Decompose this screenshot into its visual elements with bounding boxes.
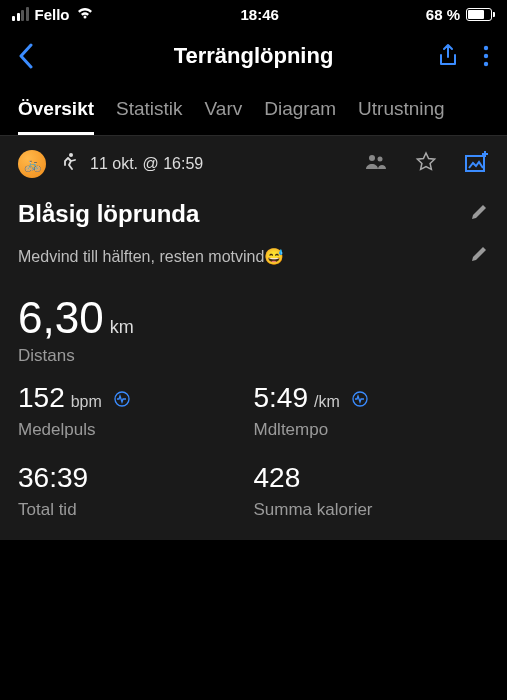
edit-title-button[interactable]: [469, 202, 489, 226]
tab-stats[interactable]: Statistik: [116, 84, 183, 135]
tab-gear[interactable]: Utrustning: [358, 84, 445, 135]
total-time-label: Total tid: [18, 500, 254, 520]
tab-laps[interactable]: Varv: [205, 84, 243, 135]
svg-point-0: [484, 46, 488, 50]
total-time-value: 36:39: [18, 462, 88, 494]
svg-point-1: [484, 54, 488, 58]
avg-pace-unit: /km: [314, 393, 340, 411]
distance-value: 6,30: [18, 296, 104, 340]
edit-description-button[interactable]: [469, 244, 489, 268]
status-left: Fello: [12, 6, 94, 23]
svg-point-2: [484, 62, 488, 66]
add-image-icon[interactable]: [465, 151, 489, 177]
calories-label: Summa kalorier: [254, 500, 490, 520]
avg-hr-label: Medelpuls: [18, 420, 254, 440]
tab-overview[interactable]: Översikt: [18, 84, 94, 135]
avg-hr-unit: bpm: [71, 393, 102, 411]
activity-datetime: 11 okt. @ 16:59: [90, 155, 353, 173]
status-bar: Fello 18:46 68 %: [0, 0, 507, 28]
calories-value: 428: [254, 462, 301, 494]
signal-icon: [12, 7, 29, 21]
wifi-icon: [76, 6, 94, 23]
avg-pace-value: 5:49: [254, 382, 309, 414]
svg-point-3: [69, 153, 73, 157]
avg-hr-stat: 152 bpm Medelpuls: [18, 382, 254, 440]
distance-label: Distans: [18, 346, 489, 366]
total-time-stat: 36:39 Total tid: [18, 462, 254, 520]
people-icon[interactable]: [365, 154, 387, 174]
avg-pace-stat: 5:49 /km Mdltempo: [254, 382, 490, 440]
tabs: Översikt Statistik Varv Diagram Utrustni…: [0, 84, 507, 136]
battery-icon: [466, 8, 495, 21]
nav-bar: Terränglöpning: [0, 28, 507, 84]
tab-chart[interactable]: Diagram: [264, 84, 336, 135]
running-icon: [58, 152, 78, 176]
activity-meta: 🚲 11 okt. @ 16:59: [0, 136, 507, 192]
calories-stat: 428 Summa kalorier: [254, 462, 490, 520]
more-button[interactable]: [483, 45, 489, 67]
distance-stat: 6,30 km Distans: [0, 286, 507, 382]
activity-title: Blåsig löprunda: [18, 200, 199, 228]
svg-point-4: [369, 155, 375, 161]
page-title: Terränglöpning: [174, 43, 334, 69]
avg-pace-label: Mdltempo: [254, 420, 490, 440]
distance-unit: km: [110, 318, 134, 336]
battery-pct: 68 %: [426, 6, 460, 23]
activity-description: Medvind till hälften, resten motvind😅: [18, 247, 284, 266]
avg-hr-value: 152: [18, 382, 65, 414]
svg-rect-6: [466, 156, 484, 171]
pace-wave-icon[interactable]: [352, 391, 368, 407]
heart-wave-icon[interactable]: [114, 391, 130, 407]
share-button[interactable]: [437, 43, 459, 69]
status-time: 18:46: [240, 6, 278, 23]
status-right: 68 %: [426, 6, 495, 23]
star-icon[interactable]: [415, 151, 437, 177]
carrier-text: Fello: [35, 6, 70, 23]
avatar[interactable]: 🚲: [18, 150, 46, 178]
back-button[interactable]: [18, 43, 88, 69]
svg-point-5: [378, 157, 383, 162]
content: 🚲 11 okt. @ 16:59 Blåsig löprunda Medvin…: [0, 136, 507, 540]
